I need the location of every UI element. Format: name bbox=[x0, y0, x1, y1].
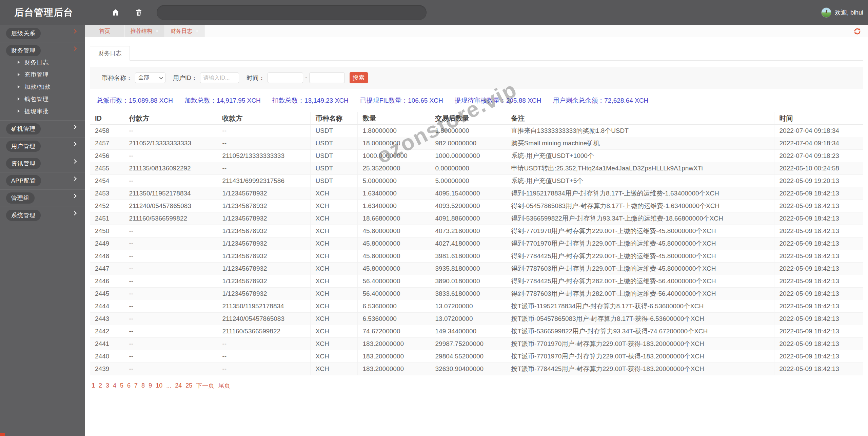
page-link-10[interactable]: 10 bbox=[156, 382, 162, 389]
table-cell: 2452 bbox=[90, 200, 124, 212]
table-cell: 4073.21800000 bbox=[430, 225, 506, 237]
table-cell: 得到-7784425用户-封存算力229.00T-上缴的运维费-45.80000… bbox=[506, 250, 774, 263]
page-link-5[interactable]: 5 bbox=[120, 382, 123, 389]
table-cell: -- bbox=[124, 275, 217, 288]
page-link-6[interactable]: 6 bbox=[127, 382, 131, 389]
page-link-1[interactable]: 1 bbox=[92, 382, 95, 389]
table-cell: -- bbox=[124, 288, 217, 300]
time-end-input[interactable] bbox=[309, 72, 345, 83]
table-cell: 211240/05457865083 bbox=[217, 313, 310, 325]
time-start-input[interactable] bbox=[268, 72, 303, 83]
table-row: 2448--1/12345678932XCH45.800000003981.61… bbox=[90, 250, 863, 263]
table-cell: USDT bbox=[310, 162, 357, 175]
caret-right-icon bbox=[18, 73, 20, 76]
table-row: 2446--1/12345678932XCH56.400000003890.01… bbox=[90, 275, 863, 288]
table-cell: 2022-05-09 18:42:13 bbox=[774, 225, 863, 237]
sidebar-bottom-marker bbox=[0, 433, 5, 436]
table-cell: 56.40000000 bbox=[357, 275, 430, 288]
refresh-icon[interactable] bbox=[853, 27, 861, 35]
sidebar-section: APP配置 bbox=[0, 172, 85, 189]
table-cell: XCH bbox=[310, 250, 357, 263]
table-cell: 6.53600000 bbox=[357, 313, 430, 325]
sidebar-item-系统管理[interactable]: 系统管理 bbox=[6, 210, 41, 221]
table-row: 2442--211160/5366599822XCH74.67200000149… bbox=[90, 325, 863, 338]
sidebar-item-管理组[interactable]: 管理组 bbox=[6, 192, 35, 204]
table-row: 2445--1/12345678932XCH56.400000003833.61… bbox=[90, 288, 863, 300]
sidebar-item-层级关系[interactable]: 层级关系 bbox=[6, 28, 41, 39]
table-cell: XCH bbox=[310, 187, 357, 200]
page-link-8[interactable]: 8 bbox=[141, 382, 145, 389]
table-cell: 2022-05-09 18:42:13 bbox=[774, 263, 863, 275]
table-cell: 211350/11952178834 bbox=[124, 187, 217, 200]
table-cell: 4093.52000000 bbox=[430, 200, 506, 212]
table-cell: 1.80000000 bbox=[357, 125, 430, 137]
caret-right-icon bbox=[18, 109, 20, 113]
table-cell: -- bbox=[217, 363, 310, 375]
sidebar-item-资讯管理[interactable]: 资讯管理 bbox=[6, 158, 41, 169]
table-cell: 得到-7787603用户-封存算力282.00T-上缴的运维费-56.40000… bbox=[506, 288, 774, 300]
table-cell: 申请USDT转出:25.352,THtq24a1Me4JaaLD3ZpsHLLL… bbox=[506, 162, 774, 175]
table-cell: 45.80000000 bbox=[357, 250, 430, 263]
table-cell: 18.00000000 bbox=[357, 137, 430, 150]
stat-label: 用户剩余总余额： bbox=[553, 97, 604, 104]
caret-right-icon bbox=[18, 61, 20, 64]
table-cell: 2022-05-10 00:24:58 bbox=[774, 162, 863, 175]
user-box[interactable]: 欢迎, bihui bbox=[821, 0, 863, 25]
page-link-3[interactable]: 3 bbox=[106, 382, 109, 389]
tab-首页[interactable]: 首页 bbox=[85, 25, 125, 37]
tab-推荐结构[interactable]: 推荐结构× bbox=[125, 25, 165, 37]
tab-bar: 首页推荐结构×财务日志× bbox=[85, 25, 868, 37]
table-cell: XCH bbox=[310, 338, 357, 350]
table-cell: -- bbox=[124, 313, 217, 325]
page-link-24[interactable]: 24 bbox=[175, 382, 182, 389]
page-link-2[interactable]: 2 bbox=[99, 382, 102, 389]
sidebar-item-用户管理[interactable]: 用户管理 bbox=[6, 141, 41, 152]
table-cell: 2022-07-04 09:18:23 bbox=[774, 150, 863, 162]
table-cell: XCH bbox=[310, 350, 357, 363]
sidebar-subitem-提现审批[interactable]: 提现审批 bbox=[0, 105, 85, 117]
page-link-9[interactable]: 9 bbox=[149, 382, 152, 389]
table-cell: XCH bbox=[310, 288, 357, 300]
sidebar-section: 管理组 bbox=[0, 189, 85, 207]
table-cell: 1/12345678932 bbox=[217, 200, 310, 212]
table-cell: 1/12345678932 bbox=[217, 288, 310, 300]
close-tab-icon[interactable]: × bbox=[156, 28, 159, 34]
header-search-bar[interactable] bbox=[157, 5, 427, 20]
sidebar-subitem-充币管理[interactable]: 充币管理 bbox=[0, 68, 85, 81]
sidebar-subitem-财务日志[interactable]: 财务日志 bbox=[0, 56, 85, 68]
table-cell: 13.07200000 bbox=[430, 300, 506, 313]
table-cell: 3981.61800000 bbox=[430, 250, 506, 263]
sidebar-subitem-钱包管理[interactable]: 钱包管理 bbox=[0, 93, 85, 105]
table-cell: 211240/05457865083 bbox=[124, 200, 217, 212]
sidebar-subitem-加款/扣款[interactable]: 加款/扣款 bbox=[0, 81, 85, 93]
page-link-7[interactable]: 7 bbox=[134, 382, 138, 389]
chevron-right-icon bbox=[72, 211, 77, 215]
close-tab-icon[interactable]: × bbox=[196, 28, 199, 34]
welcome-text: 欢迎, bihui bbox=[835, 8, 863, 17]
sidebar-item-财务管理[interactable]: 财务管理 bbox=[6, 45, 41, 56]
table-cell: 1/12345678932 bbox=[217, 237, 310, 250]
table-cell: USDT bbox=[310, 175, 357, 187]
table-row: 2439----XCH183.2000000032630.90400000按T派… bbox=[90, 363, 863, 375]
table-cell: XCH bbox=[310, 237, 357, 250]
table-row: 2456--211052/13333333333USDT1000.0000000… bbox=[90, 150, 863, 162]
next-page-link[interactable]: 下一页 bbox=[196, 381, 214, 390]
table-cell: 2448 bbox=[90, 250, 124, 263]
table-row: 2441----XCH183.2000000029987.75200000按T派… bbox=[90, 338, 863, 350]
page-link-4[interactable]: 4 bbox=[113, 382, 116, 389]
table-cell: 183.20000000 bbox=[357, 338, 430, 350]
trash-icon[interactable] bbox=[134, 7, 144, 18]
user-id-input[interactable] bbox=[200, 72, 239, 83]
chevron-down-icon bbox=[159, 75, 163, 79]
page-link-25[interactable]: 25 bbox=[185, 382, 192, 389]
search-button[interactable]: 搜索 bbox=[350, 72, 368, 83]
table-cell: 得到-5366599822用户-封存算力93.34T-上缴的运维费-18.668… bbox=[506, 212, 774, 225]
table-cell: 得到-05457865083用户-封存算力8.17T-上缴的运维费-1.6340… bbox=[506, 200, 774, 212]
sidebar-item-矿机管理[interactable]: 矿机管理 bbox=[6, 123, 41, 134]
tab-财务日志[interactable]: 财务日志× bbox=[165, 25, 205, 37]
sidebar-item-APP配置[interactable]: APP配置 bbox=[6, 175, 41, 186]
home-icon[interactable] bbox=[111, 7, 121, 18]
coin-type-select[interactable]: 全部 bbox=[135, 72, 165, 83]
last-page-link[interactable]: 尾页 bbox=[218, 381, 230, 390]
table-cell: 13.07200000 bbox=[430, 313, 506, 325]
